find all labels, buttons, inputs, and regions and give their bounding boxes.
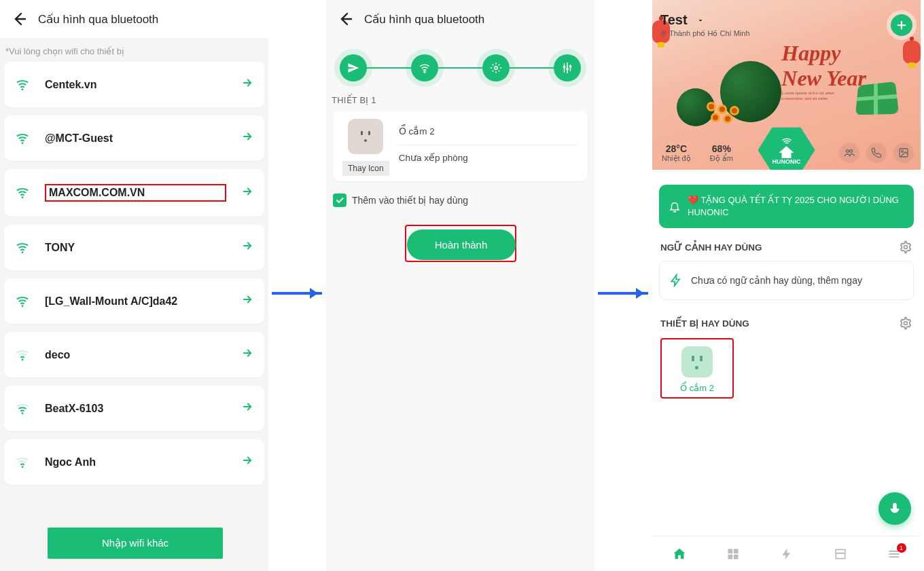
svg-point-9 xyxy=(495,67,498,70)
promo-banner[interactable]: ❤️ TẶNG QUÀ TẾT ẤT TỴ 2025 CHO NGƯỜI DÙN… xyxy=(659,185,914,228)
header-bar: Cấu hình qua bluetooth xyxy=(0,0,268,38)
svg-point-0 xyxy=(22,88,24,90)
checkbox-checked-icon[interactable] xyxy=(333,194,346,207)
wifi-signal-icon xyxy=(15,79,30,91)
checkbox-label: Thêm vào thiết bị hay dùng xyxy=(352,195,468,206)
step-done-icon xyxy=(554,54,581,81)
wifi-name-label: [LG_Wall-Mount A/C]da42 xyxy=(45,295,226,308)
device-tile-label: Ổ cắm 2 xyxy=(666,383,728,393)
wifi-item[interactable]: MAXCOM.COM.VN xyxy=(4,169,264,217)
humidity-stat: 68% Độ ẩm xyxy=(710,143,733,163)
greeting-text: Happy New Year Lorem ipsum dolor sit ame… xyxy=(781,41,866,101)
bolt-icon xyxy=(669,274,683,287)
wifi-name-label: Centek.vn xyxy=(45,79,226,91)
nav-automation-icon[interactable] xyxy=(779,546,795,562)
wifi-name-label: MAXCOM.COM.VN xyxy=(45,184,226,202)
favorite-checkbox-row[interactable]: Thêm vào thiết bị hay dùng xyxy=(326,181,594,219)
voice-fab[interactable] xyxy=(878,492,911,525)
wifi-signal-icon xyxy=(15,295,30,308)
change-icon-button[interactable]: Thay Icon xyxy=(342,161,389,176)
svg-point-5 xyxy=(22,358,24,361)
header-bar: Cấu hình qua bluetooth xyxy=(326,0,594,38)
add-button[interactable] xyxy=(891,14,912,36)
svg-point-8 xyxy=(424,71,425,73)
wifi-name-label: @MCT-Guest xyxy=(45,132,226,145)
svg-point-12 xyxy=(569,66,571,67)
done-button[interactable]: Hoàn thành xyxy=(407,229,516,260)
home-name-dropdown[interactable]: Test xyxy=(660,12,750,28)
brand-logo: HUNONIC xyxy=(758,125,815,170)
wifi-item[interactable]: deco xyxy=(4,332,264,377)
wifi-item[interactable]: BeatX-6103 xyxy=(4,386,264,431)
device-section-title: THIẾT BỊ HAY DÙNG xyxy=(660,318,749,329)
nav-store-icon[interactable] xyxy=(832,546,849,562)
wifi-item[interactable]: [LG_Wall-Mount A/C]da42 xyxy=(4,278,264,324)
image-icon[interactable] xyxy=(893,143,914,163)
nav-grid-icon[interactable] xyxy=(725,546,741,562)
svg-point-11 xyxy=(567,68,568,69)
page-title: Cấu hình qua bluetooth xyxy=(38,12,158,26)
nav-menu-icon[interactable]: 1 xyxy=(886,546,902,562)
device-card: Thay Icon Ổ cắm 2 Chưa xếp phòng xyxy=(333,111,588,181)
step-wifi-icon xyxy=(411,54,438,81)
empty-scene-card[interactable]: Chưa có ngữ cảnh hay dùng, thêm ngay xyxy=(659,261,914,300)
device-tile-highlight[interactable]: Ổ cắm 2 xyxy=(660,338,734,399)
chevron-right-icon xyxy=(241,293,253,309)
location-label: Thành phố Hồ Chí Minh xyxy=(660,29,750,38)
home-dashboard-screen: Test Thành phố Hồ Chí Minh Happy New Yea… xyxy=(652,0,921,571)
wifi-item[interactable]: Ngoc Anh xyxy=(4,439,264,485)
socket-icon xyxy=(681,346,713,377)
wifi-list: Centek.vn @MCT-Guest MAXCOM.COM.VN TONY … xyxy=(0,62,268,485)
chevron-right-icon xyxy=(241,185,253,201)
wifi-name-label: deco xyxy=(45,349,226,361)
other-wifi-button[interactable]: Nhập wifi khác xyxy=(48,528,223,559)
back-icon[interactable] xyxy=(337,11,353,27)
wifi-signal-icon xyxy=(15,242,30,254)
wifi-item[interactable]: TONY xyxy=(4,225,264,270)
empty-scene-text: Chưa có ngữ cảnh hay dùng, thêm ngay xyxy=(691,275,862,286)
wifi-item[interactable]: Centek.vn xyxy=(4,62,264,107)
wifi-item[interactable]: @MCT-Guest xyxy=(4,115,264,161)
chevron-right-icon xyxy=(241,77,253,92)
svg-point-7 xyxy=(22,466,24,468)
call-icon[interactable] xyxy=(866,143,887,163)
nav-home-icon[interactable] xyxy=(671,546,688,562)
gear-icon[interactable] xyxy=(899,316,912,330)
wifi-signal-icon xyxy=(15,187,30,199)
device-name-field[interactable]: Ổ cắm 2 xyxy=(399,119,578,145)
wifi-name-label: BeatX-6103 xyxy=(45,403,226,415)
bell-icon xyxy=(669,200,681,213)
dashboard-hero: Test Thành phố Hồ Chí Minh Happy New Yea… xyxy=(652,0,921,170)
lantern-decor xyxy=(903,41,921,64)
svg-point-6 xyxy=(22,412,24,414)
svg-point-2 xyxy=(22,196,24,198)
step-send-icon xyxy=(340,54,367,81)
scene-section-title: NGỮ CẢNH HAY DÙNG xyxy=(660,242,762,253)
svg-rect-23 xyxy=(733,554,738,559)
hint-text: *Vui lòng chọn wifi cho thiết bị xyxy=(0,38,268,62)
banner-text: ❤️ TẶNG QUÀ TẾT ẤT TỴ 2025 CHO NGƯỜI DÙN… xyxy=(688,194,904,219)
chevron-right-icon xyxy=(241,240,253,255)
step-settings-icon xyxy=(482,54,510,81)
wifi-name-label: TONY xyxy=(45,242,226,254)
chevron-right-icon xyxy=(241,347,253,363)
done-button-highlight: Hoàn thành xyxy=(405,225,516,262)
svg-point-14 xyxy=(846,149,849,152)
chevron-right-icon xyxy=(241,130,253,146)
chevron-right-icon xyxy=(241,401,253,416)
svg-point-10 xyxy=(563,66,565,67)
temperature-stat: 28°C Nhiệt độ xyxy=(662,143,691,163)
svg-point-3 xyxy=(22,251,24,253)
weather-stats: 28°C Nhiệt độ 68% Độ ẩm xyxy=(662,143,733,163)
svg-point-15 xyxy=(850,149,853,152)
wifi-config-screen: Cấu hình qua bluetooth *Vui lòng chọn wi… xyxy=(0,0,268,571)
device-room-field[interactable]: Chưa xếp phòng xyxy=(399,145,578,171)
progress-stepper xyxy=(326,38,594,91)
members-icon[interactable] xyxy=(839,143,859,163)
nav-badge: 1 xyxy=(897,543,906,553)
wifi-name-label: Ngoc Anh xyxy=(45,456,226,468)
back-icon[interactable] xyxy=(11,11,27,27)
gear-icon[interactable] xyxy=(899,240,912,254)
svg-rect-21 xyxy=(733,549,738,553)
svg-point-4 xyxy=(22,305,24,307)
